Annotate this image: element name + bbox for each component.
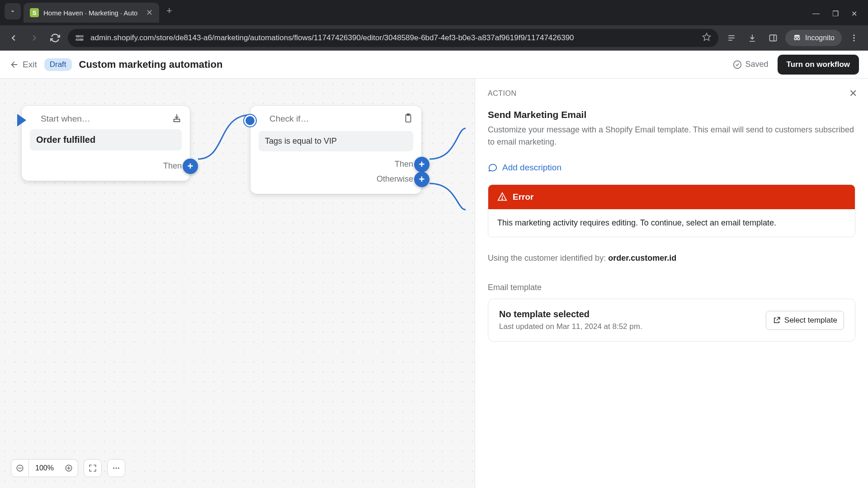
svg-point-11 — [797, 38, 800, 40]
reload-button[interactable] — [47, 30, 63, 46]
add-step-button[interactable]: + — [183, 159, 198, 174]
error-body: This marketing activity requires editing… — [488, 209, 855, 237]
zoom-level: 100% — [29, 459, 60, 477]
clipboard-icon — [403, 113, 413, 125]
url-text: admin.shopify.com/store/de8143-a6/market… — [90, 33, 696, 42]
workflow-canvas[interactable]: Start when… Order fulfilled Then + Check… — [0, 79, 475, 488]
add-then-step-button[interactable]: + — [414, 157, 429, 172]
canvas-toolbar: 100% — [11, 459, 125, 477]
maximize-icon[interactable]: ❐ — [832, 9, 839, 18]
new-tab-button[interactable]: + — [159, 5, 179, 17]
close-window-icon[interactable]: ✕ — [851, 9, 857, 18]
browser-toolbar: admin.shopify.com/store/de8143-a6/market… — [0, 25, 868, 51]
condition-marker-icon — [244, 115, 256, 127]
downloads-icon[interactable] — [744, 29, 761, 47]
svg-point-15 — [733, 61, 741, 68]
svg-point-25 — [118, 468, 119, 469]
start-node[interactable]: Start when… Order fulfilled Then + — [22, 106, 190, 181]
svg-point-24 — [115, 468, 117, 469]
media-icon[interactable] — [723, 29, 740, 47]
template-status: No template selected — [499, 309, 642, 319]
condition-node[interactable]: Check if… Tags is equal to VIP Then + Ot… — [250, 106, 421, 194]
error-banner: Error This marketing activity requires e… — [488, 184, 855, 237]
trigger-icon — [172, 113, 182, 125]
action-sidebar: ✕ ACTION Send Marketing Email Customize … — [475, 79, 868, 488]
svg-marker-4 — [703, 33, 711, 41]
svg-rect-17 — [407, 114, 410, 116]
exit-button[interactable]: Exit — [9, 60, 37, 70]
browser-tab-strip: S Home Haven · Marketing · Auto ✕ + — ❐ … — [0, 0, 868, 25]
sidebar-description: Customize your message with a Shopify Em… — [488, 124, 855, 148]
address-bar[interactable]: admin.shopify.com/store/de8143-a6/market… — [68, 29, 718, 47]
turn-on-workflow-button[interactable]: Turn on workflow — [778, 55, 859, 75]
identifier-text: Using the customer identified by: order.… — [488, 253, 855, 263]
app-header: Exit Draft Custom marketing automation S… — [0, 51, 868, 79]
svg-point-23 — [113, 468, 114, 469]
back-button[interactable] — [5, 30, 22, 46]
page-title: Custom marketing automation — [79, 59, 223, 70]
fit-view-button[interactable] — [84, 459, 102, 477]
minimize-icon[interactable]: — — [812, 9, 820, 18]
site-settings-icon[interactable] — [75, 33, 84, 42]
template-updated: Last updated on Mar 11, 2024 at 8:52 pm. — [499, 322, 642, 331]
zoom-in-button[interactable] — [60, 459, 78, 477]
svg-point-14 — [853, 40, 854, 41]
svg-point-10 — [794, 38, 797, 40]
start-node-title: Start when… — [41, 114, 90, 124]
otherwise-label: Otherwise — [377, 174, 413, 184]
more-canvas-button[interactable] — [107, 459, 125, 477]
saved-status: Saved — [733, 60, 769, 69]
start-node-condition: Order fulfilled — [30, 129, 182, 150]
sidebar-label: ACTION — [488, 89, 855, 98]
tab-close-icon[interactable]: ✕ — [146, 8, 153, 18]
condition-node-title: Check if… — [269, 114, 309, 124]
draft-badge: Draft — [44, 58, 72, 71]
incognito-badge[interactable]: Incognito — [785, 30, 842, 46]
select-template-button[interactable]: Select template — [766, 311, 844, 330]
then-label: Then — [395, 160, 413, 169]
svg-point-12 — [853, 35, 854, 36]
kebab-menu-icon[interactable] — [845, 29, 863, 47]
add-description-button[interactable]: Add description — [488, 163, 855, 173]
side-panel-icon[interactable] — [764, 29, 782, 47]
zoom-out-button[interactable] — [11, 459, 29, 477]
svg-rect-8 — [770, 35, 777, 41]
sidebar-title: Send Marketing Email — [488, 109, 855, 120]
then-label: Then — [163, 161, 182, 171]
svg-point-3 — [80, 39, 82, 40]
email-template-label: Email template — [488, 283, 855, 292]
play-icon — [17, 114, 26, 127]
tab-search-button[interactable] — [5, 3, 21, 19]
close-sidebar-icon[interactable]: ✕ — [849, 88, 857, 99]
browser-tab[interactable]: S Home Haven · Marketing · Auto ✕ — [24, 3, 159, 23]
shopify-favicon: S — [30, 8, 39, 17]
svg-point-2 — [77, 36, 79, 37]
bookmark-icon[interactable] — [702, 33, 711, 43]
error-title: Error — [513, 192, 533, 202]
svg-point-27 — [502, 199, 503, 200]
forward-button[interactable] — [26, 30, 42, 46]
tab-title: Home Haven · Marketing · Auto — [43, 9, 142, 17]
svg-point-13 — [853, 37, 854, 38]
template-card: No template selected Last updated on Mar… — [488, 299, 855, 342]
add-otherwise-step-button[interactable]: + — [414, 172, 429, 187]
condition-text: Tags is equal to VIP — [259, 131, 413, 151]
